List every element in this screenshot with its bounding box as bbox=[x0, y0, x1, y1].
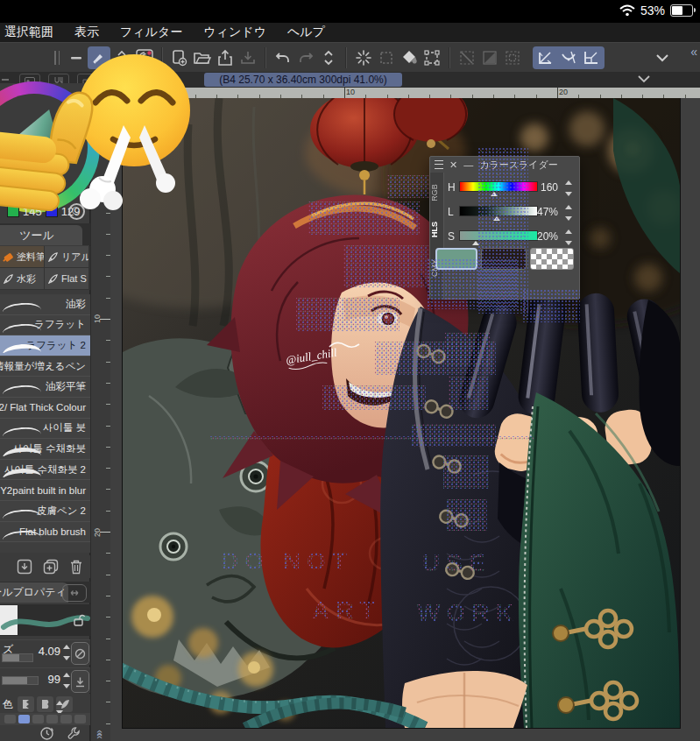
timelapse-icon[interactable] bbox=[39, 726, 54, 741]
panel-minimize-icon[interactable]: — bbox=[463, 159, 473, 170]
canvas-artwork[interactable]: DO NOT USE ART WORK @iull_chill bbox=[123, 98, 680, 728]
csp-logo-icon[interactable] bbox=[133, 46, 156, 69]
edit-tool-icon[interactable] bbox=[88, 46, 110, 69]
brush-item[interactable]: 油彩平筆 bbox=[0, 377, 90, 398]
brush-item[interactable]: 2/ Flat Thick Colour bbox=[0, 398, 90, 419]
selection-gradient-icon[interactable] bbox=[478, 46, 501, 69]
quick-swatch[interactable] bbox=[32, 715, 44, 723]
main-color-swatch[interactable] bbox=[435, 248, 477, 270]
fill-icon[interactable] bbox=[398, 46, 421, 69]
import-brush-icon[interactable] bbox=[17, 559, 32, 575]
saturation-slider[interactable] bbox=[459, 230, 538, 241]
ink-mode-icon-2[interactable] bbox=[37, 696, 53, 712]
quick-swatch[interactable] bbox=[60, 715, 72, 723]
selection-rect-icon[interactable] bbox=[501, 46, 524, 69]
size-no-effect-icon[interactable] bbox=[71, 642, 89, 665]
quick-swatch[interactable] bbox=[4, 715, 16, 723]
selection-line-icon[interactable] bbox=[456, 46, 478, 69]
sync-settings-icon[interactable] bbox=[62, 584, 87, 602]
brush-item[interactable]: 사이툴 붓 bbox=[0, 419, 90, 440]
brush-item-selected[interactable]: ラフラット 2 bbox=[0, 335, 90, 356]
subtool-real[interactable]: リアル bbox=[45, 246, 88, 267]
brush-item[interactable]: 情報量が増えるペン bbox=[0, 356, 90, 378]
lightness-value[interactable]: 47% bbox=[528, 206, 558, 218]
drag-handle-icon[interactable] bbox=[54, 51, 60, 65]
tab-tool-property[interactable]: ールプロパティ bbox=[0, 582, 68, 603]
deselect-icon[interactable] bbox=[375, 46, 398, 69]
transparent-color-icon[interactable] bbox=[68, 203, 85, 220]
document-info[interactable]: (B4 25.70 x 36.40cm 300dpi 41.0%) bbox=[204, 73, 402, 87]
updown-chevron-icon[interactable] bbox=[110, 46, 133, 69]
open-file-icon[interactable] bbox=[191, 46, 214, 69]
panel-close-icon[interactable]: ✕ bbox=[449, 159, 457, 171]
quick-swatch[interactable] bbox=[74, 715, 86, 723]
sub-color-swatch[interactable] bbox=[481, 248, 527, 270]
opacity-slider[interactable] bbox=[2, 676, 39, 685]
settings-wrench-icon[interactable] bbox=[67, 726, 81, 741]
opacity-value[interactable]: 99 bbox=[48, 673, 60, 686]
saturation-handle[interactable] bbox=[472, 241, 479, 245]
tab-hls[interactable]: HLS bbox=[430, 216, 442, 243]
panel-menu-icon[interactable] bbox=[435, 160, 443, 169]
new-canvas-icon[interactable] bbox=[168, 46, 191, 69]
menu-window[interactable]: ウィンドウ bbox=[203, 25, 266, 40]
transparent-swatch[interactable] bbox=[530, 248, 574, 270]
lightness-slider[interactable] bbox=[459, 206, 538, 216]
subtool-flat[interactable]: Flat S bbox=[45, 268, 88, 289]
snap-special-ruler-icon[interactable] bbox=[557, 46, 580, 69]
saturation-value[interactable]: 20% bbox=[528, 230, 558, 243]
menu-select[interactable]: 選択範囲 bbox=[4, 25, 53, 40]
brush-item[interactable]: ラフラット bbox=[0, 315, 90, 336]
brush-item[interactable]: Flat blub brush bbox=[0, 522, 90, 543]
ruler-collapse-icon[interactable]: «« bbox=[94, 730, 106, 736]
document-title-bar: (B4 25.70 x 36.40cm 300dpi 41.0%) bbox=[0, 72, 700, 88]
color-wheel[interactable] bbox=[0, 81, 100, 213]
snap-grid-icon[interactable] bbox=[580, 46, 603, 69]
brush-item[interactable]: 皮膚ペン 2 bbox=[0, 501, 90, 522]
hue-slider[interactable] bbox=[459, 181, 538, 192]
lock-open-icon[interactable] bbox=[73, 614, 85, 626]
snap-ruler-icon[interactable] bbox=[534, 46, 557, 69]
share-icon[interactable] bbox=[214, 46, 237, 69]
size-slider[interactable] bbox=[2, 653, 33, 662]
tab-tool[interactable]: ツール bbox=[0, 225, 82, 245]
hue-handle[interactable] bbox=[491, 192, 498, 196]
canvas-area[interactable]: DO NOT USE ART WORK @iull_chill bbox=[110, 98, 700, 741]
brush-item[interactable]: 사이툴 수채화붓 2 bbox=[0, 460, 90, 481]
subtool-paint-brush[interactable]: 塗料筆 bbox=[0, 246, 44, 267]
transform-icon[interactable] bbox=[421, 46, 443, 69]
pen-icon bbox=[3, 273, 14, 285]
undo-icon[interactable] bbox=[272, 46, 294, 69]
duplicate-brush-icon[interactable] bbox=[43, 559, 59, 575]
updown-chevron-icon-2[interactable] bbox=[317, 46, 340, 69]
opacity-stepper[interactable] bbox=[63, 672, 71, 689]
hue-value[interactable]: 160 bbox=[528, 181, 558, 194]
saturation-stepper[interactable] bbox=[565, 229, 574, 246]
hue-stepper[interactable] bbox=[565, 180, 574, 197]
menu-view[interactable]: 表示 bbox=[74, 25, 99, 40]
lightness-stepper[interactable] bbox=[565, 204, 574, 222]
minimize-bar-icon[interactable] bbox=[65, 46, 88, 69]
quick-swatch[interactable] bbox=[46, 715, 58, 723]
quick-swatch-selected[interactable] bbox=[18, 715, 30, 723]
delete-brush-icon[interactable] bbox=[69, 559, 83, 575]
toolbar-expand-icon[interactable] bbox=[651, 46, 674, 69]
color-slider-panel[interactable]: ✕ — カラースライダー RGB HLS CMY H 160 L 47% S bbox=[429, 156, 580, 300]
panel-collapse-icon[interactable]: « bbox=[690, 45, 697, 59]
pen-icon bbox=[47, 273, 59, 285]
brush-item[interactable]: 사이툴 수채화붓 bbox=[0, 439, 90, 460]
brush-item[interactable]: 油彩 bbox=[0, 294, 90, 315]
menu-help[interactable]: ヘルプ bbox=[287, 25, 325, 40]
ink-mode-icon-1[interactable] bbox=[18, 696, 34, 712]
lightness-handle[interactable] bbox=[493, 216, 500, 221]
size-stepper[interactable] bbox=[63, 644, 71, 661]
menu-filter[interactable]: フィルター bbox=[120, 25, 182, 40]
brush-item[interactable]: Y2paint built in blur bbox=[0, 480, 90, 501]
size-value[interactable]: 4.09 bbox=[39, 645, 60, 658]
redo-icon[interactable] bbox=[294, 46, 317, 69]
opacity-effect-icon[interactable] bbox=[71, 670, 89, 693]
battery-percent: 53% bbox=[640, 4, 665, 18]
save-icon[interactable] bbox=[237, 46, 259, 69]
subtool-watercolor[interactable]: 水彩 bbox=[0, 268, 44, 289]
tab-rgb[interactable]: RGB bbox=[430, 180, 442, 206]
